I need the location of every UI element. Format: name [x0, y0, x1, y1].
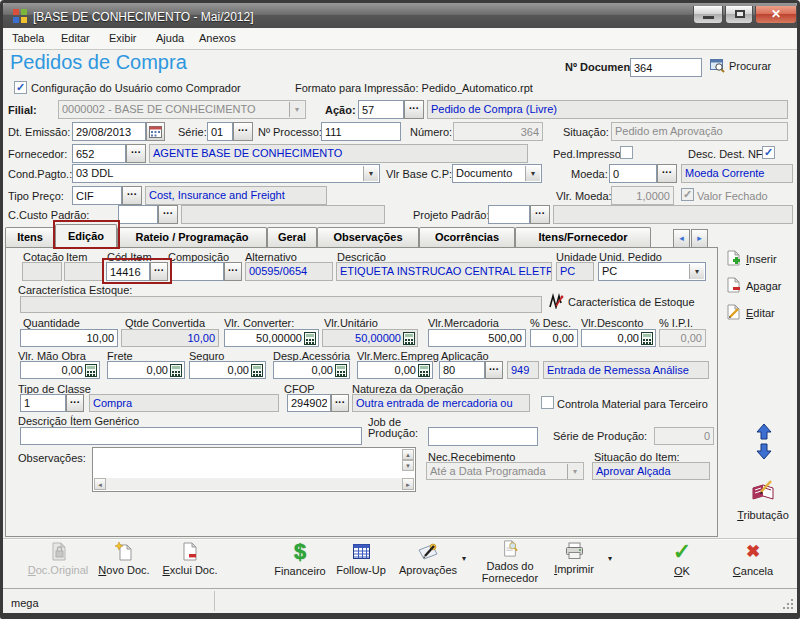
menu-exibir[interactable]: Exibir	[109, 32, 137, 44]
horizontal-scrollbar[interactable]: ◄ ►	[94, 478, 414, 490]
tab-rateio-programacao[interactable]: Rateio / Programação	[117, 227, 267, 248]
vlr-mao-obra-field[interactable]: 0,00	[20, 361, 100, 379]
aprovacoes-dropdown-icon[interactable]: ▾	[462, 554, 466, 563]
comprador-checkbox[interactable]: ✓	[14, 81, 27, 94]
ok-button[interactable]: ✓ OK	[642, 542, 722, 584]
ped-impresso-checkbox[interactable]	[620, 146, 633, 159]
exclui-doc-button[interactable]: Exclui Doc.	[150, 542, 230, 584]
fornecedor-lookup-button[interactable]: ···	[126, 144, 146, 163]
resize-grip[interactable]	[783, 599, 794, 610]
inserir-label: Inserir	[746, 253, 777, 265]
cancela-button[interactable]: ✖ Cancela	[713, 542, 793, 584]
vlr-converter-field[interactable]: 50,00000	[224, 329, 319, 347]
move-down-button[interactable]	[756, 443, 772, 460]
filial-value: 0000002 - BASE DE CONHECIMENTO	[62, 103, 256, 115]
tab-scroll-right-button[interactable]: ▸	[691, 229, 708, 248]
tipo-classe-input[interactable]	[20, 394, 66, 412]
tab-edicao[interactable]: Edição	[55, 224, 117, 248]
tab-itens-fornecedor[interactable]: Itens/Fornecedor	[515, 227, 651, 248]
composicao-input[interactable]	[170, 262, 224, 281]
projeto-lookup-button[interactable]: ···	[530, 205, 550, 224]
acao-lookup-button[interactable]: ···	[404, 100, 424, 119]
scroll-up-icon[interactable]: ▲	[402, 449, 414, 460]
vlr-desconto-field[interactable]: 0,00	[581, 329, 656, 347]
tipo-classe-lookup-button[interactable]: ···	[66, 394, 84, 412]
controla-material-checkbox[interactable]	[541, 396, 554, 409]
doc-original-icon	[50, 542, 67, 561]
cond-pagto-combo[interactable]: 03 DDL▾	[72, 164, 380, 183]
aprovacoes-label: Aprovações	[399, 564, 457, 576]
tab-itens[interactable]: Itens	[5, 227, 55, 248]
unid-pedido-combo[interactable]: PC▾	[598, 262, 706, 281]
scroll-down-icon[interactable]: ▼	[402, 460, 414, 471]
tab-geral[interactable]: Geral	[267, 227, 317, 248]
serie-producao-field	[654, 427, 714, 445]
title-bar[interactable]: [BASE DE CONHECIMENTO - Mai/2012] ✕	[3, 3, 797, 28]
serie-input[interactable]	[207, 122, 233, 141]
aprovacoes-button[interactable]: Aprovações	[388, 542, 468, 584]
caracteristica-estoque-button[interactable]: Característica de Estoque	[548, 291, 708, 313]
apagar-button[interactable]: Apagar	[726, 277, 796, 295]
num-documento-input[interactable]	[630, 58, 702, 77]
procurar-button[interactable]: Procurar	[710, 57, 794, 77]
observacoes-textarea[interactable]: ▲ ▼ ◄ ►	[92, 447, 416, 492]
c-custo-input[interactable]	[118, 205, 158, 224]
close-button[interactable]: ✕	[755, 6, 797, 24]
move-up-button[interactable]	[756, 423, 772, 440]
desp-acessoria-field[interactable]: 0,00	[273, 361, 350, 379]
controla-material-label: Controla Material para Terceiro	[557, 398, 708, 410]
tab-ocorrencias[interactable]: Ocorrências	[419, 227, 515, 248]
moeda-lookup-button[interactable]: ···	[657, 164, 677, 183]
cod-item-input[interactable]	[106, 262, 150, 281]
editar-button[interactable]: Editar	[726, 304, 796, 322]
imprimir-dropdown-icon[interactable]: ▾	[608, 554, 612, 563]
serie-lookup-button[interactable]: ···	[233, 122, 253, 141]
vlr-unitario-field: 50,00000	[322, 329, 418, 347]
seguro-field[interactable]: 0,00	[189, 361, 266, 379]
vlr-base-combo[interactable]: Documento▾	[452, 164, 542, 183]
projeto-input[interactable]	[488, 205, 530, 224]
check-icon: ✓	[16, 81, 25, 93]
menu-ajuda[interactable]: Ajuda	[156, 32, 184, 44]
perc-desc-input[interactable]	[530, 329, 578, 347]
cfop-input[interactable]	[287, 394, 331, 412]
inserir-button[interactable]: Inserir	[726, 250, 796, 268]
tab-scroll-left-button[interactable]: ◂	[673, 229, 690, 248]
chevron-down-icon: ▾	[525, 166, 540, 181]
cfop-lookup-button[interactable]: ···	[331, 394, 349, 412]
frete-field[interactable]: 0,00	[107, 361, 185, 379]
dt-emissao-input[interactable]	[72, 122, 146, 141]
aplicacao-lookup-button[interactable]: ···	[485, 361, 503, 379]
c-custo-lookup-button[interactable]: ···	[158, 205, 178, 224]
edit-page-icon	[726, 304, 741, 320]
desc-dest-nf-checkbox[interactable]: ✓	[762, 146, 775, 159]
filial-combo[interactable]: 0000002 - BASE DE CONHECIMENTO▾	[58, 100, 306, 119]
menu-tabela[interactable]: Tabela	[12, 32, 44, 44]
scroll-left-icon[interactable]: ◄	[94, 478, 106, 490]
fornecedor-input[interactable]	[72, 144, 126, 163]
tipo-preco-lookup-button[interactable]: ···	[122, 186, 142, 205]
moeda-input[interactable]	[609, 164, 657, 183]
desc-generico-input[interactable]	[20, 427, 362, 445]
menu-anexos[interactable]: Anexos	[199, 32, 236, 44]
composicao-lookup-button[interactable]: ···	[224, 262, 242, 281]
minimize-button[interactable]	[693, 6, 723, 24]
scroll-right-icon[interactable]: ►	[402, 478, 414, 490]
frete-value: 0,00	[147, 364, 168, 376]
calculator-icon	[403, 332, 415, 345]
calendar-button[interactable]	[146, 122, 165, 141]
tipo-preco-input[interactable]	[72, 186, 122, 205]
imprimir-button[interactable]: Imprimir	[534, 542, 614, 584]
acao-input[interactable]	[358, 100, 404, 119]
cod-item-lookup-button[interactable]: ···	[150, 262, 168, 281]
menu-editar[interactable]: Editar	[61, 32, 90, 44]
quantidade-input[interactable]	[20, 329, 118, 347]
maximize-button[interactable]	[725, 6, 753, 24]
vlr-mercadoria-input[interactable]	[428, 329, 526, 347]
vlr-merc-empreg-field[interactable]: 0,00	[357, 361, 433, 379]
aplicacao-input[interactable]	[439, 361, 485, 379]
processo-input[interactable]	[321, 122, 401, 141]
tributacao-button[interactable]: Tributação	[730, 478, 796, 522]
job-producao-input[interactable]	[428, 427, 538, 446]
tab-observacoes[interactable]: Observações	[317, 227, 419, 248]
